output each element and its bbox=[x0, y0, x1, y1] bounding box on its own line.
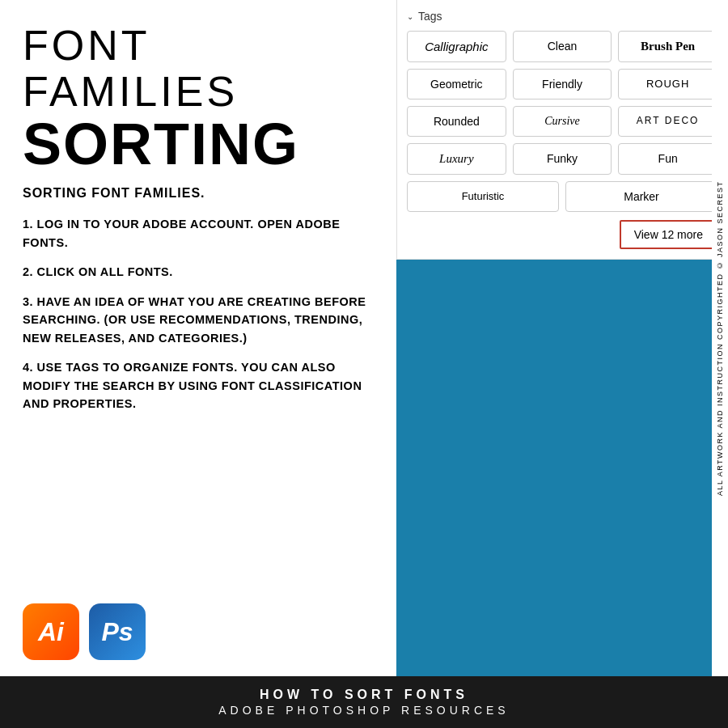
step-2: 2. CLICK ON ALL FONTS. bbox=[23, 263, 374, 281]
tag-brush-pen[interactable]: Brush Pen bbox=[618, 31, 717, 62]
footer: HOW TO SORT FONTS ADOBE PHOTOSHOP RESOUR… bbox=[0, 676, 728, 728]
title-sorting: SORTING bbox=[23, 115, 374, 173]
ps-label: Ps bbox=[101, 617, 133, 647]
tag-clean[interactable]: Clean bbox=[513, 31, 612, 62]
tag-art-deco[interactable]: ART DECO bbox=[618, 106, 717, 137]
step-3: 3. HAVE AN IDEA OF WHAT YOU ARE CREATING… bbox=[23, 293, 374, 347]
main-content-area: FONT FAMILIES SORTING SORTING FONT FAMIL… bbox=[0, 0, 728, 676]
title-line1: FONT bbox=[23, 22, 150, 69]
footer-line2: ADOBE PHOTOSHOP RESOURCES bbox=[16, 704, 712, 717]
copyright-text: ALL ARTWORK AND INSTRUCTION COPYRIGHTED … bbox=[712, 0, 728, 676]
tag-calligraphic[interactable]: Calligraphic bbox=[407, 31, 506, 62]
tag-cursive[interactable]: Cursive bbox=[513, 106, 612, 137]
tag-marker[interactable]: Marker bbox=[565, 181, 717, 212]
tag-friendly[interactable]: Friendly bbox=[513, 69, 612, 99]
view-more-button[interactable]: View 12 more bbox=[620, 220, 717, 249]
step-4-text: 4. USE TAGS TO ORGANIZE FONTS. YOU CAN A… bbox=[23, 361, 362, 410]
tags-header-label: Tags bbox=[418, 10, 442, 23]
left-top-content: FONT FAMILIES SORTING SORTING FONT FAMIL… bbox=[23, 23, 374, 589]
chevron-down-icon: ⌄ bbox=[407, 12, 413, 21]
photoshop-icon: Ps bbox=[89, 603, 146, 660]
footer-line1: HOW TO SORT FONTS bbox=[16, 688, 712, 702]
tag-fun[interactable]: Fun bbox=[618, 143, 717, 175]
tags-header: ⌄ Tags bbox=[407, 10, 717, 23]
tag-rounded[interactable]: Rounded bbox=[407, 106, 506, 137]
subtitle: SORTING FONT FAMILIES. bbox=[23, 186, 374, 201]
tag-funky[interactable]: Funky bbox=[513, 143, 612, 175]
right-panel: ⌄ Tags Calligraphic Clean Brush Pen Geom… bbox=[396, 0, 728, 676]
tags-last-row: Futuristic Marker bbox=[407, 181, 717, 212]
step-4: 4. USE TAGS TO ORGANIZE FONTS. YOU CAN A… bbox=[23, 358, 374, 413]
tags-grid: Calligraphic Clean Brush Pen Geometric F… bbox=[407, 31, 717, 175]
illustrator-icon: Ai bbox=[23, 603, 79, 660]
ai-label: Ai bbox=[38, 617, 64, 647]
tags-panel: ⌄ Tags Calligraphic Clean Brush Pen Geom… bbox=[396, 0, 728, 260]
tag-geometric[interactable]: Geometric bbox=[407, 69, 506, 99]
left-panel: FONT FAMILIES SORTING SORTING FONT FAMIL… bbox=[0, 0, 396, 676]
title-line2: FAMILIES bbox=[23, 68, 238, 115]
steps-list: 1. LOG IN TO YOUR ADOBE ACCOUNT. OPEN AD… bbox=[23, 215, 374, 413]
tag-futuristic[interactable]: Futuristic bbox=[407, 181, 559, 212]
step-2-text: 2. CLICK ON ALL FONTS. bbox=[23, 265, 173, 278]
step-3-text: 3. HAVE AN IDEA OF WHAT YOU ARE CREATING… bbox=[23, 295, 366, 345]
step-1: 1. LOG IN TO YOUR ADOBE ACCOUNT. OPEN AD… bbox=[23, 215, 374, 252]
blue-accent-block bbox=[396, 260, 728, 676]
view-more-row: View 12 more bbox=[407, 220, 717, 249]
main-container: FONT FAMILIES SORTING SORTING FONT FAMIL… bbox=[0, 0, 728, 728]
app-icons-row: Ai Ps bbox=[23, 603, 374, 660]
step-1-text: 1. LOG IN TO YOUR ADOBE ACCOUNT. OPEN AD… bbox=[23, 218, 340, 248]
tag-rough[interactable]: ROUGH bbox=[618, 69, 717, 99]
tag-luxury[interactable]: Luxury bbox=[407, 143, 506, 175]
title-font-families: FONT FAMILIES bbox=[23, 23, 374, 115]
